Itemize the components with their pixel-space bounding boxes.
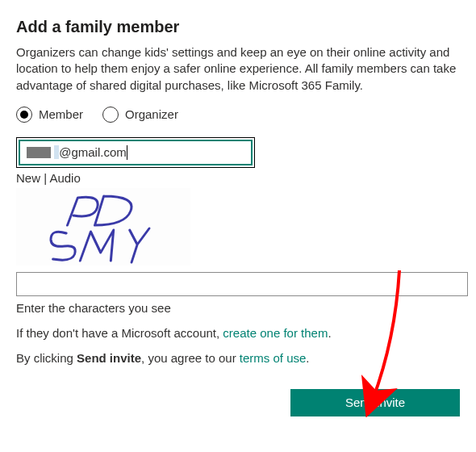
email-field-wrapper: @gmail.com [16, 137, 255, 168]
role-member-radio[interactable]: Member [16, 107, 83, 123]
role-member-label: Member [39, 107, 83, 121]
captcha-audio-link[interactable]: Audio [49, 171, 80, 185]
agree-line: By clicking Send invite, you agree to ou… [16, 351, 460, 365]
page-description: Organizers can change kids' settings and… [16, 44, 460, 94]
send-invite-button[interactable]: Send invite [290, 389, 460, 416]
email-input[interactable]: @gmail.com [19, 140, 253, 165]
role-radio-group: Member Organizer [16, 107, 460, 123]
send-invite-strong: Send invite [77, 351, 141, 365]
create-account-link[interactable]: create one for them [223, 326, 328, 340]
captcha-hint: Enter the characters you see [16, 301, 460, 315]
terms-of-use-link[interactable]: terms of use [240, 351, 307, 365]
radio-icon [16, 107, 32, 123]
text-caret [127, 145, 127, 160]
captcha-image [16, 188, 190, 266]
role-organizer-radio[interactable]: Organizer [102, 107, 178, 123]
email-visible-text: @gmail.com [59, 145, 127, 159]
no-account-line: If they don't have a Microsoft account, … [16, 326, 460, 340]
captcha-new-link[interactable]: New [16, 171, 40, 185]
role-organizer-label: Organizer [125, 107, 178, 121]
captcha-input[interactable] [16, 272, 468, 296]
captcha-links: New | Audio [16, 171, 460, 185]
redacted-block [27, 147, 51, 158]
radio-icon [102, 107, 119, 123]
page-title: Add a family member [16, 18, 460, 36]
